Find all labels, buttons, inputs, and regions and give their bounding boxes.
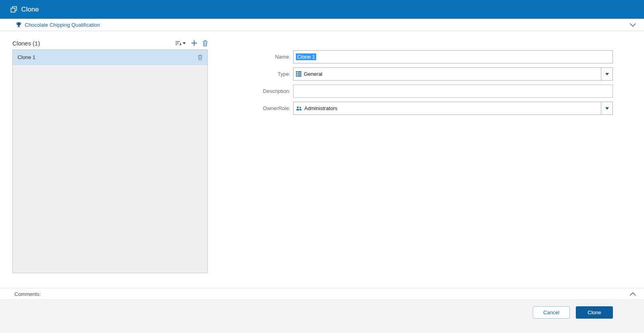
description-row: Description:: [239, 85, 613, 98]
owner-role-row: OwnerRole: Administrators: [239, 102, 613, 115]
clones-panel-header: Clones (1): [12, 38, 208, 48]
cancel-button[interactable]: Cancel: [533, 306, 570, 319]
owner-role-dropdown-button[interactable]: [601, 102, 613, 115]
type-input[interactable]: General: [293, 67, 601, 81]
list-item[interactable]: Clone 1: [13, 50, 207, 65]
owner-role-label: OwnerRole:: [239, 105, 293, 111]
type-combo: General: [293, 67, 613, 81]
breadcrumb-title[interactable]: Chocolate Chipping Qualification: [25, 22, 100, 28]
clones-toolbar: [175, 40, 208, 46]
list-item-label: Clone 1: [18, 54, 35, 60]
owner-role-combo: Administrators: [293, 102, 613, 115]
delete-icon[interactable]: [203, 40, 208, 46]
add-icon[interactable]: [191, 40, 197, 46]
sort-icon[interactable]: [175, 41, 186, 46]
name-row: Name: Clone 1: [239, 50, 613, 63]
name-label: Name:: [239, 54, 293, 60]
comments-label: Comments:: [14, 291, 41, 297]
people-icon: [296, 106, 302, 111]
owner-role-value: Administrators: [304, 105, 337, 111]
owner-role-input[interactable]: Administrators: [293, 102, 601, 115]
type-dropdown-button[interactable]: [601, 67, 613, 81]
clone-form: Name: Clone 1 Type: General: [239, 50, 613, 119]
type-label: Type:: [239, 71, 293, 77]
comments-bar: Comments:: [0, 288, 644, 300]
clone-button[interactable]: Clone: [576, 306, 613, 319]
delete-icon[interactable]: [198, 55, 203, 60]
window-title: Clone: [21, 6, 39, 14]
footer: Cancel Clone: [0, 300, 644, 333]
clones-panel-title: Clones (1): [12, 40, 40, 47]
type-row: Type: General: [239, 67, 613, 81]
description-input[interactable]: [293, 85, 613, 98]
chevron-up-icon[interactable]: [629, 292, 637, 297]
clone-list: Clone 1: [12, 49, 208, 273]
breadcrumb: Chocolate Chipping Qualification: [0, 19, 644, 31]
name-input[interactable]: Clone 1: [293, 50, 613, 63]
chevron-down-icon[interactable]: [629, 22, 637, 28]
table-view-icon: [296, 71, 301, 77]
trophy-icon: [16, 22, 22, 28]
type-value: General: [304, 71, 322, 77]
name-value-selected: Clone 1: [296, 53, 316, 60]
titlebar: Clone: [0, 0, 644, 19]
description-label: Description:: [239, 88, 293, 94]
clone-icon: [10, 6, 17, 13]
